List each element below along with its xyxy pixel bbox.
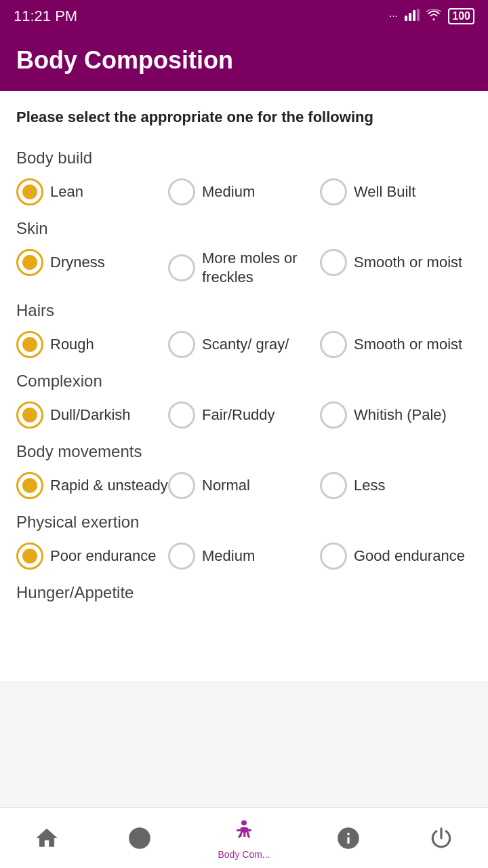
- radio-good-endurance[interactable]: [320, 542, 347, 570]
- radio-lean[interactable]: [16, 178, 43, 205]
- radio-scanty-gray[interactable]: [168, 331, 195, 358]
- svg-point-6: [241, 820, 247, 825]
- label-rapid-unsteady: Rapid & unsteady: [50, 476, 168, 496]
- section-label-hunger-appetite: Hunger/Appetite: [16, 583, 472, 602]
- option-poor-endurance[interactable]: Poor endurance: [16, 542, 168, 570]
- section-hairs: Hairs Rough Scanty/ gray/ Smooth or mois…: [16, 301, 472, 358]
- section-skin: Skin Dryness More moles or freckles Smoo…: [16, 219, 472, 288]
- svg-rect-2: [413, 10, 415, 21]
- svg-rect-3: [417, 9, 420, 21]
- nav-power[interactable]: [426, 823, 456, 853]
- nav-body-composition[interactable]: Body Com...: [218, 816, 270, 860]
- wifi-icon: [426, 9, 441, 24]
- refresh-icon: [125, 823, 155, 853]
- label-whitish-pale: Whitish (Pale): [354, 406, 447, 425]
- radio-whitish-pale[interactable]: [320, 401, 347, 429]
- signal-dots-icon: ···: [389, 10, 398, 22]
- radio-dull-darkish[interactable]: [16, 401, 43, 429]
- label-poor-endurance: Poor endurance: [50, 547, 157, 566]
- svg-rect-1: [409, 13, 411, 21]
- status-icons: ··· 100: [389, 8, 474, 24]
- nav-refresh[interactable]: [125, 823, 155, 853]
- section-complexion: Complexion Dull/Darkish Fair/Ruddy Whiti…: [16, 372, 472, 429]
- page-instruction: Please select the appropriate one for th…: [16, 107, 472, 128]
- option-good-endurance[interactable]: Good endurance: [320, 542, 472, 570]
- radio-smooth-moist-skin[interactable]: [320, 249, 347, 276]
- option-medium-exertion[interactable]: Medium: [168, 542, 320, 570]
- nav-info[interactable]: [333, 823, 363, 853]
- option-dryness[interactable]: Dryness: [16, 249, 168, 276]
- section-label-body-build: Body build: [16, 149, 472, 167]
- option-whitish-pale[interactable]: Whitish (Pale): [320, 401, 472, 429]
- radio-fair-ruddy[interactable]: [168, 401, 195, 429]
- section-body-build: Body build Lean Medium Well Built: [16, 149, 472, 205]
- option-scanty-gray[interactable]: Scanty/ gray/: [168, 331, 320, 358]
- section-label-body-movements: Body movements: [16, 442, 472, 461]
- radio-more-moles[interactable]: [168, 254, 195, 281]
- label-well-built: Well Built: [354, 182, 415, 202]
- option-dull-darkish[interactable]: Dull/Darkish: [16, 401, 168, 429]
- section-body-movements: Body movements Rapid & unsteady Normal L…: [16, 442, 472, 499]
- option-rapid-unsteady[interactable]: Rapid & unsteady: [16, 472, 168, 499]
- section-physical-exertion: Physical exertion Poor endurance Medium …: [16, 513, 472, 570]
- label-medium: Medium: [202, 182, 255, 202]
- option-more-moles[interactable]: More moles or freckles: [168, 249, 320, 288]
- label-dull-darkish: Dull/Darkish: [50, 406, 131, 425]
- option-smooth-moist-skin[interactable]: Smooth or moist: [320, 249, 472, 276]
- option-normal[interactable]: Normal: [168, 472, 320, 499]
- main-content: Please select the appropriate one for th…: [0, 91, 488, 681]
- option-rough[interactable]: Rough: [16, 331, 168, 358]
- options-row-body-movements: Rapid & unsteady Normal Less: [16, 472, 472, 499]
- page-title: Body Composition: [16, 46, 472, 75]
- bottom-navigation: Body Com...: [0, 807, 488, 868]
- radio-dryness[interactable]: [16, 249, 43, 276]
- radio-smooth-moist-hair[interactable]: [320, 331, 347, 358]
- person-icon: [229, 816, 259, 846]
- options-row-physical-exertion: Poor endurance Medium Good endurance: [16, 542, 472, 570]
- radio-rough[interactable]: [16, 331, 43, 358]
- info-icon: [333, 823, 363, 853]
- radio-normal[interactable]: [168, 472, 195, 499]
- nav-home[interactable]: [32, 823, 62, 853]
- label-normal: Normal: [202, 476, 250, 496]
- signal-bars-icon: [405, 9, 420, 24]
- home-icon: [32, 823, 62, 853]
- radio-rapid-unsteady[interactable]: [16, 472, 43, 499]
- option-fair-ruddy[interactable]: Fair/Ruddy: [168, 401, 320, 429]
- label-dryness: Dryness: [50, 253, 105, 273]
- options-row-complexion: Dull/Darkish Fair/Ruddy Whitish (Pale): [16, 401, 472, 429]
- option-less[interactable]: Less: [320, 472, 472, 499]
- label-medium-exertion: Medium: [202, 547, 255, 566]
- power-icon: [426, 823, 456, 853]
- section-hunger-appetite: Hunger/Appetite: [16, 583, 472, 602]
- status-time: 11:21 PM: [14, 7, 77, 25]
- label-rough: Rough: [50, 335, 94, 355]
- svg-rect-0: [405, 16, 407, 21]
- battery-icon: 100: [448, 8, 474, 24]
- section-label-physical-exertion: Physical exertion: [16, 513, 472, 532]
- label-good-endurance: Good endurance: [354, 547, 465, 566]
- radio-poor-endurance[interactable]: [16, 542, 43, 570]
- options-row-skin: Dryness More moles or freckles Smooth or…: [16, 249, 472, 288]
- section-label-hairs: Hairs: [16, 301, 472, 320]
- section-label-skin: Skin: [16, 219, 472, 238]
- radio-medium-exertion[interactable]: [168, 542, 195, 570]
- label-smooth-moist-skin: Smooth or moist: [354, 253, 462, 273]
- label-lean: Lean: [50, 182, 83, 202]
- options-row-body-build: Lean Medium Well Built: [16, 178, 472, 205]
- radio-well-built[interactable]: [320, 178, 347, 205]
- label-fair-ruddy: Fair/Ruddy: [202, 406, 275, 425]
- label-more-moles: More moles or freckles: [202, 249, 320, 288]
- status-bar: 11:21 PM ··· 100: [0, 0, 488, 33]
- label-scanty-gray: Scanty/ gray/: [202, 335, 289, 355]
- option-lean[interactable]: Lean: [16, 178, 168, 205]
- radio-medium[interactable]: [168, 178, 195, 205]
- label-less: Less: [354, 476, 385, 496]
- option-well-built[interactable]: Well Built: [320, 178, 472, 205]
- svg-point-5: [136, 835, 143, 842]
- section-label-complexion: Complexion: [16, 372, 472, 391]
- option-smooth-moist-hair[interactable]: Smooth or moist: [320, 331, 472, 358]
- nav-body-composition-label: Body Com...: [218, 849, 270, 860]
- radio-less[interactable]: [320, 472, 347, 499]
- option-medium[interactable]: Medium: [168, 178, 320, 205]
